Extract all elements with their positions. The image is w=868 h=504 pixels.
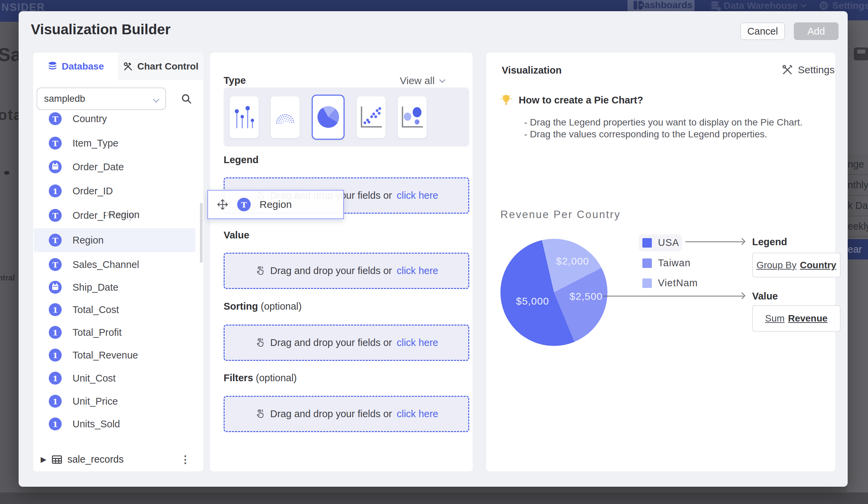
group-by-label: Group By (756, 260, 796, 271)
sorting-dropzone[interactable]: Drag and drop your fields or click here (224, 325, 469, 361)
value-dropzone[interactable]: Drag and drop your fields or click here (224, 253, 469, 289)
field-row[interactable]: 1Unit_Cost (33, 366, 193, 390)
chart-config-panel: Type View all (210, 52, 473, 472)
search-icon (180, 93, 192, 104)
tip-title: How to create a Pie Chart? (519, 94, 643, 106)
table-row-sale-records[interactable]: ▶ sale_records ⋮ (33, 447, 203, 472)
field-label: Total_Cost (72, 304, 119, 315)
field-label: Total_Revenue (72, 350, 138, 361)
text-type-icon: T (49, 258, 62, 271)
field-row[interactable]: 1Total_Cost (33, 298, 193, 322)
modal-title: Visualization Builder (31, 21, 170, 38)
field-row[interactable]: TCountry (33, 107, 193, 131)
gear-icon: ⚙ (818, 0, 829, 11)
field-row[interactable]: TItem_Type (33, 131, 193, 155)
kebab-menu-icon[interactable]: ⋮ (180, 453, 190, 465)
chart-type-bubble[interactable] (398, 96, 426, 138)
dropzone-click-here-link[interactable]: click here (397, 265, 438, 276)
nav-item-data-warehouse[interactable]: Data Warehouse (711, 1, 806, 11)
nav-item-settings[interactable]: ⚙ Settings (818, 0, 868, 11)
number-type-icon: 1 (49, 417, 62, 431)
chart-type-lollipop[interactable] (230, 96, 258, 138)
database-fields-panel: Database Chart Control sampledb (33, 52, 203, 472)
field-label: Order_Date (72, 161, 124, 173)
bg-menu-item-selected[interactable]: ear (847, 239, 868, 260)
dropzone-text: Drag and drop your fields or (270, 337, 392, 348)
scatter-chart-icon (361, 107, 382, 128)
visualization-heading: Visualization (502, 65, 562, 76)
field-row[interactable]: 1Total_Profit (33, 320, 193, 345)
type-heading: Type (224, 75, 246, 86)
dropzone-click-here-link[interactable]: click here (397, 190, 438, 201)
bg-dropdown-menu: nge nthly k Date eekly ear (847, 154, 868, 260)
dropzone-click-here-link[interactable]: click here (397, 409, 438, 420)
chart-type-scatter[interactable] (357, 96, 385, 138)
field-label: Region (72, 235, 104, 246)
field-row[interactable]: Order_Date (33, 155, 193, 179)
chart-type-strip (224, 88, 469, 147)
chart-type-arc[interactable] (271, 96, 300, 138)
pie-value-label: $2,000 (556, 255, 589, 267)
field-row[interactable]: 1Order_ID (33, 179, 193, 203)
expand-triangle-icon[interactable]: ▶ (41, 455, 46, 464)
field-label: Total_Profit (72, 327, 122, 338)
tab-database[interactable]: Database (33, 52, 118, 80)
scrollbar-thumb[interactable] (200, 203, 203, 263)
dropzone-click-here-link[interactable]: click here (397, 337, 438, 348)
bg-menu-item[interactable]: nthly (847, 175, 868, 196)
tip-line: - Drag the values corresponding to the L… (524, 129, 767, 140)
field-label: Unit_Cost (72, 373, 115, 384)
tab-label: Database (62, 61, 104, 72)
date-type-icon (49, 281, 62, 294)
dragged-field-card[interactable]: T Region (207, 190, 344, 219)
chevron-down-icon (153, 96, 159, 103)
search-button[interactable] (178, 91, 195, 107)
field-label: Country (72, 113, 107, 124)
field-label: Order_ID (72, 185, 113, 197)
bg-text-fragment: ntral (0, 273, 15, 283)
nav-item-label: Settings (832, 0, 868, 11)
screen: NSIDER Dashboards Data Warehouse ⚙ Setti… (0, 0, 868, 504)
settings-button[interactable]: Settings (782, 64, 835, 75)
bubble-chart-icon (402, 107, 423, 128)
legend-swatch (642, 238, 652, 248)
field-row[interactable]: Ship_Date (33, 275, 193, 300)
sum-label: Sum (765, 313, 785, 324)
field-label: Unit_Price (72, 396, 118, 407)
pie-chart-icon (318, 106, 339, 128)
table-name: sale_records (68, 454, 124, 465)
mapping-legend-box: Group By Country (752, 253, 840, 278)
group-by-field: Country (800, 260, 836, 271)
save-icon[interactable] (854, 48, 868, 60)
database-icon (48, 61, 58, 72)
bg-menu-item[interactable]: nge (847, 154, 868, 175)
chart-type-pie-selected[interactable] (312, 94, 344, 140)
field-row[interactable]: 1Total_Revenue (33, 343, 193, 367)
drag-ghost-label: Region (108, 209, 140, 221)
tab-chart-control[interactable]: Chart Control (118, 52, 203, 80)
text-type-icon: T (49, 112, 62, 125)
tab-label: Chart Control (137, 61, 198, 72)
lollipop-chart-icon (234, 105, 255, 129)
add-button[interactable]: Add (794, 22, 838, 40)
legend-label: Taiwan (658, 258, 691, 269)
filters-dropzone[interactable]: Drag and drop your fields or click here (224, 396, 469, 432)
number-type-icon: 1 (49, 395, 62, 408)
field-row[interactable]: 1Units_Sold (33, 412, 193, 436)
bg-menu-item[interactable]: k Date (847, 196, 868, 216)
bg-menu-item[interactable]: eekly (847, 216, 868, 237)
field-row[interactable]: TSales_Channel (33, 252, 193, 277)
database-select-value: sampledb (44, 93, 85, 104)
view-all-dropdown[interactable]: View all (400, 75, 459, 87)
legend-section-heading: Legend (224, 154, 258, 165)
crossed-tools-icon (782, 64, 793, 75)
field-label: Item_Type (72, 138, 118, 149)
cancel-button[interactable]: Cancel (740, 22, 785, 40)
legend-item-taiwan: Taiwan (642, 258, 691, 269)
field-row-region[interactable]: TRegion (33, 228, 193, 252)
date-type-icon (49, 160, 62, 173)
field-row[interactable]: 1Unit_Price (33, 389, 193, 413)
chevron-down-icon (801, 2, 807, 8)
text-type-icon: T (49, 137, 62, 150)
value-mapping-arrow (603, 296, 744, 296)
